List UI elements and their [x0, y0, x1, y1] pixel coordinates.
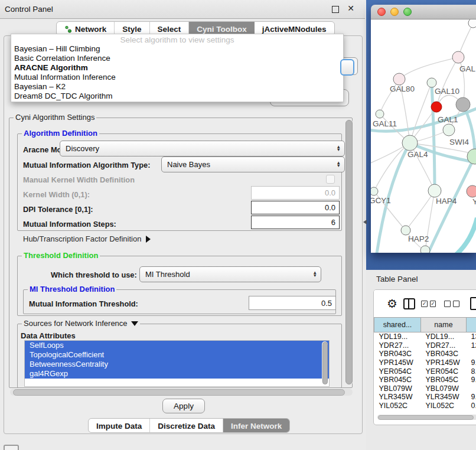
- checked-checkbox-icon[interactable]: ✓: [430, 301, 436, 307]
- gear-icon[interactable]: ⚙: [387, 298, 397, 309]
- mi-threshold-label: Mutual Information Threshold:: [29, 299, 138, 308]
- combo-spinner-icon: ▲▼: [337, 162, 341, 167]
- table-cell: YBR045C: [374, 376, 421, 384]
- dropdown-item[interactable]: Mutual Information Inference: [11, 73, 343, 82]
- dropdown-item[interactable]: Basic Correlation Inference: [11, 54, 343, 63]
- hub-section-toggle[interactable]: Hub/Transcription Factor Definition: [23, 234, 151, 243]
- network-edge: [432, 84, 435, 191]
- column-header-cut[interactable]: [467, 318, 476, 332]
- attribute-item[interactable]: gal4RGexp: [25, 369, 329, 379]
- table-row[interactable]: YBR043CYBR043C: [374, 350, 476, 358]
- network-node-gcy1[interactable]: [371, 187, 378, 195]
- split-pane-arrow[interactable]: [363, 220, 367, 224]
- checked-checkbox-icon[interactable]: ✓: [421, 301, 428, 307]
- attribute-item[interactable]: TopologicalCoefficient: [25, 350, 329, 360]
- table-row[interactable]: YLR345WYLR345W9.: [374, 393, 476, 402]
- dropdown-item[interactable]: Bayesian – Hill Climbing: [11, 44, 343, 54]
- table-hscrollbar[interactable]: [377, 415, 476, 420]
- table-row[interactable]: YBR045CYBR045C9.: [374, 376, 476, 384]
- table-row[interactable]: YDR27...YDR27...12: [374, 341, 476, 350]
- apply-button[interactable]: Apply: [162, 399, 205, 413]
- dropdown-placeholder: Select algorithm to view settings: [11, 34, 343, 44]
- table-row[interactable]: YPR145WYPR145W9.: [374, 358, 476, 367]
- table-cell: 8.: [467, 367, 476, 376]
- focused-combo-spinner[interactable]: [340, 59, 354, 76]
- node-label: GAL10: [435, 87, 459, 96]
- bottom-tab-infer-network[interactable]: Infer Network: [223, 419, 289, 432]
- network-node[interactable]: [456, 97, 470, 112]
- network-node-gal1[interactable]: [443, 124, 455, 136]
- unchecked-checkbox-icon[interactable]: [444, 301, 451, 307]
- network-window: GALGAL80GAL10GAL11GAL1GAL4SWI4GCY1HAP4YH…: [371, 5, 476, 253]
- float-window-icon[interactable]: [332, 6, 339, 13]
- network-node-y[interactable]: [467, 185, 476, 197]
- manual-kernel-label: Manual Kernel Width Definition: [23, 175, 135, 184]
- attributes-vscrollbar[interactable]: [322, 341, 328, 384]
- minimized-panel-icon[interactable]: [4, 445, 19, 450]
- column-layout-icon[interactable]: [403, 298, 415, 309]
- node-label: HAP2: [408, 234, 429, 243]
- column-header-name[interactable]: name: [421, 318, 467, 332]
- table-cell: YDR27...: [374, 341, 421, 350]
- table-row[interactable]: YIL052CYIL052C0.: [374, 402, 476, 410]
- hub-section-label: Hub/Transcription Factor Definition: [23, 234, 141, 243]
- network-node-gal4[interactable]: [402, 135, 418, 151]
- settings-vscrollbar[interactable]: [345, 119, 353, 386]
- bottom-tab-discretize-data[interactable]: Discretize Data: [150, 419, 223, 432]
- threshold-definition-label: Threshold Definition: [22, 252, 100, 259]
- table-row[interactable]: YDL19...YDL19...13: [374, 332, 476, 341]
- network-node-hap2[interactable]: [401, 226, 410, 235]
- settings-hscrollbar[interactable]: [10, 389, 353, 396]
- document-icon[interactable]: [470, 297, 476, 310]
- network-node-hap4[interactable]: [428, 184, 441, 197]
- dropdown-item[interactable]: Dream8 DC_TDC Algorithm: [11, 92, 343, 101]
- combo-spinner-icon: ▲▼: [337, 146, 341, 151]
- table-cell: YPR145W: [421, 358, 467, 367]
- manual-kernel-checkbox[interactable]: [326, 175, 335, 184]
- aracne-mode-combo[interactable]: Discovery ▲▼: [60, 141, 345, 156]
- bottom-tab-impute-data[interactable]: Impute Data: [89, 419, 150, 432]
- network-canvas[interactable]: GALGAL80GAL10GAL11GAL1GAL4SWI4GCY1HAP4YH…: [371, 19, 476, 253]
- network-node[interactable]: [431, 102, 442, 112]
- close-traffic-light-icon[interactable]: [377, 8, 386, 16]
- attribute-item[interactable]: SelfLoops: [25, 341, 329, 350]
- dpi-tolerance-field[interactable]: 0.0: [251, 201, 340, 214]
- mi-type-combo[interactable]: Naive Bayes ▲▼: [161, 156, 345, 172]
- network-node-gal80[interactable]: [393, 73, 405, 85]
- minimize-traffic-light-icon[interactable]: [390, 8, 399, 16]
- kernel-width-field[interactable]: 0.0: [251, 186, 340, 200]
- chevron-right-icon: [146, 236, 151, 243]
- dpi-tolerance-label: DPI Tolerance [0,1]:: [23, 205, 93, 214]
- table-row[interactable]: YER054CYER054C8.: [374, 367, 476, 376]
- table-cell: YDL19...: [374, 332, 421, 341]
- mi-type-label: Mutual Information Algorithm Type:: [23, 161, 150, 169]
- unchecked-checkbox-icon[interactable]: [453, 301, 459, 307]
- network-node-gal10[interactable]: [427, 78, 436, 87]
- table-cell: YBR045C: [421, 376, 467, 384]
- table-cell: YBL079W: [374, 384, 421, 393]
- table-toolbar: ⚙ ✓ ✓: [374, 290, 476, 317]
- close-icon[interactable]: ✕: [347, 4, 354, 13]
- network-node-gal11[interactable]: [376, 110, 384, 118]
- table-cell: 9.: [467, 376, 476, 384]
- which-threshold-combo[interactable]: MI Threshold ▲▼: [139, 266, 321, 282]
- attribute-item[interactable]: BetweennessCentrality: [25, 360, 329, 369]
- table-cell: YLR345W: [421, 393, 467, 402]
- network-edge: [406, 191, 435, 230]
- sources-toggle[interactable]: Sources for Network Inference: [22, 319, 140, 327]
- column-header-shared...[interactable]: shared...: [374, 318, 421, 332]
- table-cell: 13: [467, 332, 476, 341]
- dropdown-item[interactable]: Bayesian – K2: [11, 82, 343, 92]
- data-attributes-list[interactable]: SelfLoopsTopologicalCoefficientBetweenne…: [24, 340, 330, 387]
- mi-steps-field[interactable]: 6: [251, 216, 340, 229]
- network-node[interactable]: [420, 246, 430, 253]
- dropdown-item[interactable]: ARACNE Algorithm: [11, 63, 343, 73]
- zoom-traffic-light-icon[interactable]: [403, 8, 412, 16]
- node-table[interactable]: shared...name YDL19...YDL19...13YDR27...…: [374, 317, 476, 410]
- network-window-titlebar[interactable]: [371, 5, 476, 19]
- table-cell: YPR145W: [374, 358, 421, 367]
- network-node-gal[interactable]: [452, 51, 464, 63]
- network-node[interactable]: [468, 19, 476, 28]
- mi-threshold-field[interactable]: 0.5: [249, 296, 336, 310]
- table-row[interactable]: YBL079WYBL079W: [374, 384, 476, 393]
